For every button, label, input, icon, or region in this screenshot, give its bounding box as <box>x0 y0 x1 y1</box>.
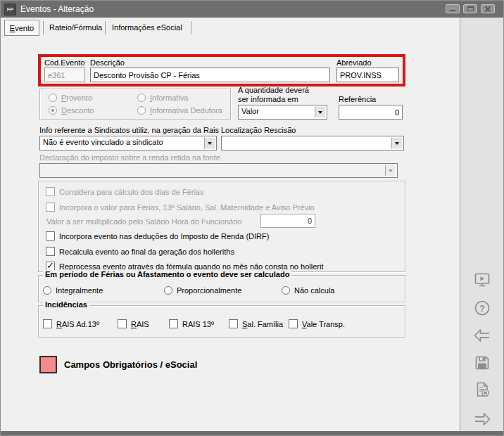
tab-informacoes-esocial[interactable]: Informações eSocial <box>112 23 182 32</box>
radio-dot <box>49 106 57 115</box>
tab-rateio-formula[interactable]: Rateio/Fórmula <box>49 23 102 32</box>
chevron-down-icon[interactable] <box>204 137 215 149</box>
monitor-play-icon[interactable] <box>473 271 491 289</box>
chevron-down-icon[interactable] <box>315 106 326 118</box>
minimize-icon[interactable] <box>446 4 460 13</box>
quantidade-select[interactable]: Valor <box>238 105 327 120</box>
action-sidebar: ? <box>460 18 504 432</box>
declaracao-select <box>39 163 398 178</box>
checkbox-recalcula[interactable]: Recalcula evento ao final da geração dos… <box>46 247 234 256</box>
checkbox-sal-familia[interactable]: Sal. Família <box>229 319 283 328</box>
arrow-right-icon[interactable] <box>473 410 491 428</box>
radio-proporcionalmente[interactable]: Proporcionalmente <box>164 286 241 295</box>
save-icon[interactable] <box>473 354 491 372</box>
referencia-field[interactable]: 0 <box>339 105 403 120</box>
checkbox-box <box>229 319 238 328</box>
radio-dot <box>164 286 172 295</box>
incidencias-group: Incidências RAIS Ad.13º RAIS RAIS 13º Sa… <box>38 305 405 338</box>
sindicato-select[interactable]: Não é evento vinculado a sindicato <box>39 136 217 150</box>
titlebar: FP Eventos - Alteração <box>1 1 503 18</box>
ferias-afastamento-group: Em período de Férias ou Afastamento o ev… <box>38 275 405 302</box>
checkbox-considera-dias-ferias[interactable]: Considera para cálculo dos dias de Féria… <box>46 187 203 196</box>
multiplicador-field[interactable]: 0 <box>260 214 315 228</box>
multiplicador-label: Valor a ser multiplicado pelo Salário Ho… <box>46 217 241 226</box>
chevron-down-icon[interactable] <box>391 137 403 149</box>
tab-evento[interactable]: Evento <box>4 20 39 36</box>
checkbox-vale-transp[interactable]: Vale Transp. <box>289 319 345 328</box>
radio-desconto[interactable]: Desconto <box>49 106 94 115</box>
checkbox-box <box>289 319 298 328</box>
descricao-label: Descrição <box>90 58 125 67</box>
close-icon[interactable] <box>481 4 495 13</box>
checkbox-rais-13[interactable]: RAIS 13º <box>169 319 214 328</box>
radio-dot <box>137 106 146 115</box>
checkbox-rais[interactable]: RAIS <box>118 319 149 328</box>
radio-provento[interactable]: Provento <box>49 94 92 102</box>
tab-divider <box>105 21 106 34</box>
radio-informativa-dedutora[interactable]: Informativa Dedutora <box>137 106 222 115</box>
document-cancel-icon[interactable] <box>473 380 491 399</box>
checkbox-box <box>46 203 55 212</box>
checkbox-box <box>43 319 52 328</box>
tab-divider <box>43 21 44 34</box>
radio-dot <box>137 94 146 102</box>
required-legend-label: Campos Obrigatórios / eSocial <box>64 359 197 370</box>
tab-evento-label: Evento <box>10 24 34 32</box>
checkbox-rais-ad13[interactable]: RAIS Ad.13º <box>43 319 99 328</box>
rescisao-label: Localização Rescisão <box>221 126 296 134</box>
radio-nao-calcula[interactable]: Não calcula <box>282 286 334 295</box>
quantidade-label-line2: ser informada em <box>238 95 298 103</box>
svg-text:?: ? <box>479 303 485 314</box>
incidencias-group-title: Incidências <box>43 300 89 309</box>
checkbox-dirf[interactable]: Incorpora evento nas deduções do Imposto… <box>46 231 269 241</box>
tipo-evento-group: Provento Desconto Informativa Informativ… <box>39 89 231 120</box>
rescisao-select[interactable] <box>221 136 404 150</box>
help-icon[interactable]: ? <box>473 299 491 317</box>
window-bottom-edge <box>1 431 504 436</box>
maximize-icon[interactable] <box>463 4 477 13</box>
sindicato-label: Info referente a Sindicatos utiliz. na g… <box>39 126 219 134</box>
abreviado-field[interactable]: PROV.INSS <box>336 68 399 82</box>
ferias-group-title: Em período de Férias ou Afastamento o ev… <box>43 270 291 278</box>
arrow-left-icon[interactable] <box>473 326 491 345</box>
checkbox-box <box>46 187 55 196</box>
quantidade-selected-value: Valor <box>241 107 313 115</box>
cod-evento-label: Cod.Evento <box>44 58 84 67</box>
chevron-down-icon <box>385 165 396 177</box>
descricao-field[interactable]: Desconto Provisão CP - Férias <box>90 68 330 82</box>
window-title: Eventos - Alteração <box>20 4 94 14</box>
checkbox-incorpora-valor[interactable]: Incorpora o valor para Férias, 13º Salár… <box>46 203 315 212</box>
radio-dot <box>49 94 57 102</box>
app-icon: FP <box>4 4 16 15</box>
eventos-dialog: FP Eventos - Alteração Evento Rateio/Fór… <box>0 0 504 436</box>
declaracao-label: Declaração do imposto sobre a renda reti… <box>39 153 220 162</box>
quantidade-label-line1: A quantidade deverá <box>238 86 309 94</box>
radio-informativa[interactable]: Informativa <box>137 94 188 102</box>
checkbox-box <box>46 231 55 241</box>
radio-integralmente[interactable]: Integralmente <box>43 286 103 295</box>
sindicato-selected-value: Não é evento vinculado a sindicato <box>43 138 202 146</box>
checkbox-box <box>169 319 178 328</box>
checkbox-box <box>118 319 127 328</box>
radio-dot <box>282 286 290 295</box>
radio-dot <box>43 286 51 295</box>
tab-divider <box>191 21 191 34</box>
required-color-swatch <box>39 356 57 373</box>
opcoes-group: Considera para cálculo dos dias de Féria… <box>38 181 405 272</box>
checkbox-box <box>46 247 55 256</box>
referencia-label: Referência <box>339 95 376 103</box>
cod-evento-field[interactable]: e361 <box>44 68 85 82</box>
required-fields-box: Cod.Evento e361 Descrição Desconto Provi… <box>38 54 405 86</box>
abreviado-label: Abreviado <box>336 58 372 67</box>
